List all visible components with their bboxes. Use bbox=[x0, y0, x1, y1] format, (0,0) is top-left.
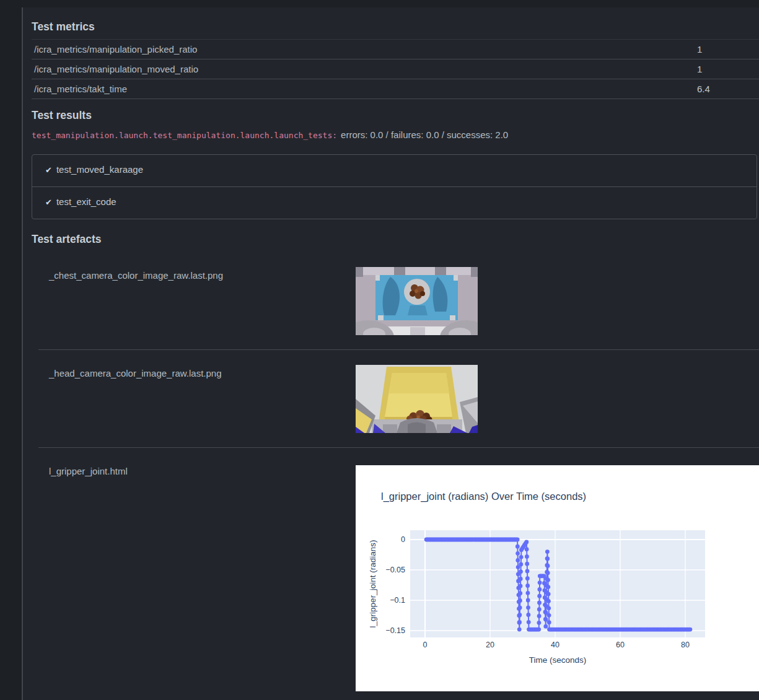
suite-id: test_manipulation.launch.test_manipulati… bbox=[32, 131, 337, 140]
metric-value: 1 bbox=[697, 44, 759, 55]
gripper-joint-plot[interactable]: 0204060800−0.05−0.1−0.15Time (seconds)l_… bbox=[356, 465, 759, 691]
test-result-row-exit-code[interactable]: ✔test_exit_code bbox=[32, 186, 757, 219]
section-title-test-artefacts: Test artefacts bbox=[32, 232, 759, 246]
artefact-row-chest-camera: _chest_camera_color_image_raw.last.png bbox=[38, 252, 759, 350]
artefact-label: _chest_camera_color_image_raw.last.png bbox=[38, 252, 356, 349]
artefact-media-cell: 0204060800−0.05−0.1−0.15Time (seconds)l_… bbox=[356, 448, 759, 700]
suite-summary-line: test_manipulation.launch.test_manipulati… bbox=[32, 129, 759, 142]
metric-row: /icra_metrics/takt_time 6.4 bbox=[32, 79, 759, 99]
section-title-test-metrics: Test metrics bbox=[32, 20, 759, 33]
svg-text:−0.1: −0.1 bbox=[390, 596, 405, 605]
test-name: test_moved_karaage bbox=[56, 164, 143, 175]
metric-value: 1 bbox=[697, 64, 759, 74]
metric-name: /icra_metrics/manipulation_moved_ratio bbox=[32, 64, 697, 74]
metric-name: /icra_metrics/manipulation_picked_ratio bbox=[32, 44, 697, 55]
test-name: test_exit_code bbox=[56, 196, 116, 207]
artefact-label: l_gripper_joint.html bbox=[38, 448, 356, 700]
metrics-table: /icra_metrics/manipulation_picked_ratio … bbox=[32, 39, 759, 99]
test-result-row-moved-karaage[interactable]: ✔test_moved_karaage bbox=[32, 155, 757, 186]
svg-text:Time (seconds): Time (seconds) bbox=[529, 655, 587, 665]
svg-text:−0.15: −0.15 bbox=[385, 626, 405, 635]
report-panel: Test metrics /icra_metrics/manipulation_… bbox=[22, 7, 759, 700]
metric-row: /icra_metrics/manipulation_picked_ratio … bbox=[32, 40, 759, 59]
svg-text:0: 0 bbox=[423, 641, 428, 649]
head-camera-thumbnail[interactable] bbox=[356, 365, 478, 433]
artefact-media-cell bbox=[356, 252, 759, 349]
metric-row: /icra_metrics/manipulation_moved_ratio 1 bbox=[32, 59, 759, 79]
artefacts-table: _chest_camera_color_image_raw.last.png bbox=[38, 252, 759, 700]
test-passed-check-icon: ✔ bbox=[45, 198, 52, 207]
artefact-label: _head_camera_color_image_raw.last.png bbox=[38, 350, 356, 447]
metric-name: /icra_metrics/takt_time bbox=[32, 84, 697, 94]
artefact-media-cell bbox=[356, 350, 759, 447]
metric-value: 6.4 bbox=[697, 84, 759, 94]
svg-text:−0.05: −0.05 bbox=[385, 566, 405, 574]
svg-text:60: 60 bbox=[616, 641, 625, 649]
artefact-row-head-camera: _head_camera_color_image_raw.last.png bbox=[38, 350, 759, 448]
test-passed-check-icon: ✔ bbox=[45, 165, 52, 175]
svg-text:l_gripper_joint (radians) Over: l_gripper_joint (radians) Over Time (sec… bbox=[381, 491, 586, 502]
gripper-joint-chart[interactable]: 0204060800−0.05−0.1−0.15Time (seconds)l_… bbox=[356, 465, 759, 691]
chest-camera-thumbnail[interactable] bbox=[356, 267, 478, 335]
section-title-test-results: Test results bbox=[32, 108, 759, 122]
svg-text:40: 40 bbox=[551, 641, 559, 649]
svg-text:0: 0 bbox=[401, 535, 405, 544]
svg-text:l_gripper_joint (radians): l_gripper_joint (radians) bbox=[368, 540, 377, 628]
test-results-card: ✔test_moved_karaage ✔test_exit_code bbox=[32, 154, 757, 219]
suite-summary: errors: 0.0 / failures: 0.0 / successes:… bbox=[341, 129, 508, 140]
svg-text:20: 20 bbox=[486, 641, 494, 649]
svg-text:80: 80 bbox=[681, 641, 690, 649]
artefact-row-gripper-joint: l_gripper_joint.html 0204060800−0.05−0.1… bbox=[38, 448, 759, 700]
